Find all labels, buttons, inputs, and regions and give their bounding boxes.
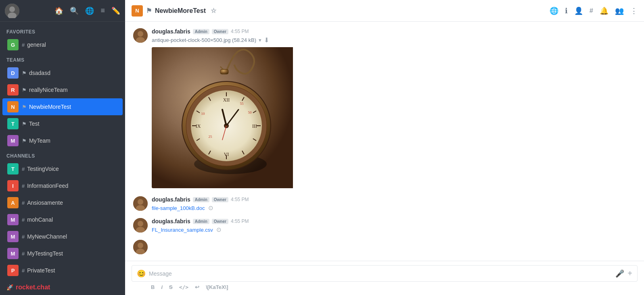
svg-text:25: 25	[209, 135, 213, 139]
channel-hash-icon[interactable]: #	[590, 7, 593, 15]
sidebar-item-TestingVoice[interactable]: T # TestingVoice	[2, 160, 123, 177]
message-block-2: douglas.fabris Admin Owner 4:55 PM file-…	[133, 196, 636, 212]
role-owner-1: Owner	[212, 29, 228, 34]
main-content: N ⚑ NewbieMoreTest ☆ 🌐 ℹ 👤 # 🔔 👥 ⋮	[125, 0, 644, 295]
bell-icon[interactable]: 🔔	[600, 6, 608, 15]
item-label-dsadasd: dsadasd	[29, 70, 50, 76]
topbar-team-avatar: N	[132, 5, 143, 17]
members-icon[interactable]: 👥	[615, 6, 624, 15]
italic-button[interactable]: i	[161, 284, 163, 290]
hash-icon-mohCanal: #	[22, 217, 25, 223]
sidebar-item-general[interactable]: G # general	[2, 36, 123, 53]
file-action-icon-3[interactable]: ⊙	[216, 226, 222, 233]
message-content-2: douglas.fabris Admin Owner 4:55 PM file-…	[152, 196, 636, 212]
svg-text:III: III	[252, 123, 257, 129]
sidebar-item-mohCanal[interactable]: M # mohCanal	[2, 211, 123, 228]
sidebar-item-PrivateTest[interactable]: P # PrivateTest	[2, 262, 123, 279]
sidebar-item-Ansiosamente[interactable]: A # Ansiosamente	[2, 194, 123, 211]
mic-button[interactable]: 🎤	[615, 269, 624, 278]
sidebar-item-Test[interactable]: T ⚑ Test	[2, 115, 123, 132]
team-icon-Test: ⚑	[22, 121, 27, 127]
globe-icon[interactable]: 🌐	[85, 6, 94, 15]
sidebar-item-reallyNiceTeam[interactable]: R ⚑ reallyNiceTeam	[2, 81, 123, 98]
item-label-NewbieMoreTest: NewbieMoreTest	[29, 104, 71, 110]
hash-icon-MyTestingTest: #	[22, 251, 25, 257]
add-button[interactable]: +	[627, 269, 632, 278]
code-button[interactable]: </>	[179, 284, 188, 290]
item-avatar-dsadasd: D	[7, 67, 19, 79]
svg-text:IX: IX	[196, 123, 201, 129]
hash-icon-general: #	[22, 42, 25, 48]
download-icon-1[interactable]: ⬇	[264, 36, 269, 44]
svg-point-44	[138, 243, 143, 248]
sidebar-item-NewbieMoreTest[interactable]: N ⚑ NewbieMoreTest	[2, 98, 123, 115]
svg-text:VI: VI	[224, 152, 229, 157]
sidebar-nav-icons: 🏠 🔍 🌐 ≡ ✏️	[54, 6, 120, 15]
svg-point-41	[138, 221, 143, 226]
globe-action-icon[interactable]: 🌐	[550, 6, 558, 15]
username-3: douglas.fabris	[152, 218, 190, 224]
item-label-TestingVoice: TestingVoice	[27, 166, 59, 172]
bold-button[interactable]: B	[151, 284, 155, 290]
topbar: N ⚑ NewbieMoreTest ☆ 🌐 ℹ 👤 # 🔔 👥 ⋮	[125, 0, 644, 22]
sidebar-item-dsadasd[interactable]: D ⚑ dsadasd	[2, 64, 123, 81]
messages-area: douglas.fabris Admin Owner 4:55 PM antiq…	[125, 22, 644, 261]
message-input-area: 😊 🎤 + B i S </> ↩ \[KaTeX\]	[125, 261, 644, 295]
hash-icon-TestingVoice: #	[22, 166, 25, 172]
role-admin-3: Admin	[193, 219, 209, 224]
message-content-3: douglas.fabris Admin Owner 4:55 PM FL_In…	[152, 218, 636, 233]
clock-svg: XII III VI IX 55 50 25 10	[152, 47, 293, 188]
item-label-MyTestingTest: MyTestingTest	[27, 250, 63, 257]
item-label-Test: Test	[29, 120, 40, 127]
item-avatar-MyTestingTest: M	[7, 248, 19, 259]
sidebar-header: 🏠 🔍 🌐 ≡ ✏️	[0, 0, 125, 22]
sidebar-item-MyNewChannel[interactable]: M # MyNewChannel	[2, 228, 123, 245]
item-avatar-NewbieMoreTest: N	[7, 101, 19, 112]
message-input-box[interactable]: 😊 🎤 +	[132, 265, 638, 282]
item-label-PrivateTest: PrivateTest	[27, 267, 55, 274]
strike-button[interactable]: S	[169, 284, 173, 290]
star-icon[interactable]: ☆	[211, 7, 216, 15]
kebab-menu-icon[interactable]: ⋮	[630, 6, 638, 15]
role-owner-2: Owner	[212, 197, 228, 202]
image-preview-1[interactable]: XII III VI IX 55 50 25 10	[152, 47, 297, 188]
chevron-icon-1[interactable]: ▾	[259, 37, 261, 43]
item-avatar-MyTeam: M	[7, 135, 19, 146]
user-avatar[interactable]	[5, 4, 19, 18]
home-icon[interactable]: 🏠	[54, 6, 63, 15]
svg-text:50: 50	[248, 110, 252, 114]
message-meta-1: douglas.fabris Admin Owner 4:55 PM	[152, 28, 636, 35]
search-members-icon[interactable]: 👤	[574, 6, 583, 15]
file-action-icon-2[interactable]: ⊙	[208, 204, 213, 212]
search-icon[interactable]: 🔍	[70, 6, 79, 15]
rocket-chat-text: rocket.chat	[16, 284, 50, 291]
sidebar-item-InformationFeed[interactable]: I # InformationFeed	[2, 177, 123, 194]
compose-icon[interactable]: ✏️	[111, 6, 120, 15]
rocket-chat-logo: 🚀 rocket.chat	[6, 284, 119, 291]
avatar-douglas-4	[133, 240, 148, 254]
role-owner-3: Owner	[212, 219, 228, 224]
katex-button[interactable]: \[KaTeX\]	[206, 284, 228, 290]
team-icon-MyTeam: ⚑	[22, 138, 27, 144]
team-icon-dsadasd: ⚑	[22, 70, 27, 76]
file-link-doc[interactable]: file-sample_100kB.doc	[152, 205, 205, 211]
message-time-1: 4:55 PM	[231, 29, 249, 34]
emoji-button[interactable]: 😊	[137, 269, 146, 278]
message-content-4	[152, 240, 636, 254]
svg-text:55: 55	[240, 102, 244, 106]
message-time-3: 4:55 PM	[231, 218, 249, 224]
team-hash-icon: ⚑	[146, 7, 152, 15]
message-block-4	[133, 240, 636, 254]
sidebar-item-MyTestingTest[interactable]: M # MyTestingTest	[2, 245, 123, 262]
sort-icon[interactable]: ≡	[100, 6, 105, 15]
message-time-2: 4:55 PM	[231, 197, 249, 202]
item-label-general: general	[27, 42, 46, 48]
sidebar-item-MyTeam[interactable]: M ⚑ MyTeam	[2, 132, 123, 149]
item-avatar-mohCanal: M	[7, 214, 19, 225]
file-link-csv[interactable]: FL_Insurance_sample.csv	[152, 227, 213, 233]
avatar-douglas-1	[133, 28, 148, 43]
item-label-MyTeam: MyTeam	[29, 137, 50, 144]
message-input[interactable]	[149, 270, 612, 277]
info-action-icon[interactable]: ℹ	[565, 6, 568, 15]
quote-button[interactable]: ↩	[195, 284, 199, 290]
